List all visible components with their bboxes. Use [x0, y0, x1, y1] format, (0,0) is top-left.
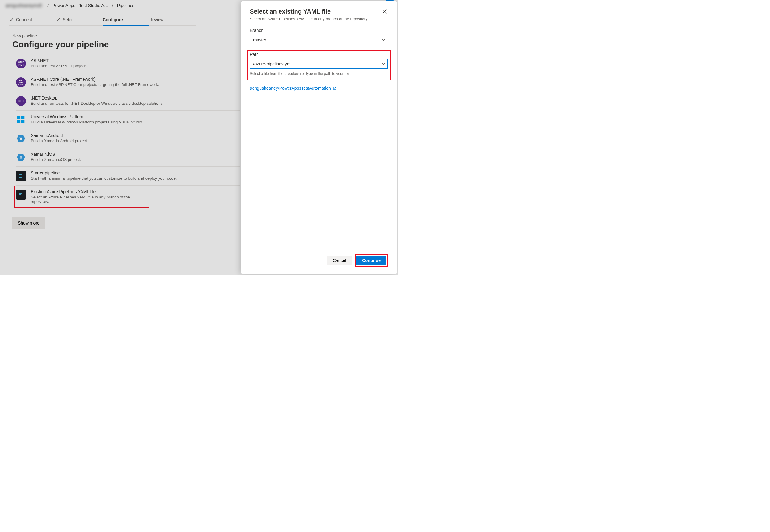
- path-label: Path: [250, 52, 388, 57]
- step-configure-label: Configure: [103, 17, 123, 22]
- option-desc: Build and test ASP.NET projects.: [31, 64, 88, 68]
- svg-text:X: X: [19, 136, 22, 141]
- step-configure[interactable]: Configure: [103, 17, 149, 26]
- pipeline-option-starter[interactable]: Starter pipeline Start with a minimal pi…: [16, 167, 240, 186]
- pipeline-option-aspnet[interactable]: ASP .NET ASP.NET Build and test ASP.NET …: [16, 58, 240, 73]
- option-title: ASP.NET: [31, 58, 88, 63]
- step-connect[interactable]: Connect: [9, 17, 56, 26]
- pipeline-option-xamarin-ios[interactable]: X Xamarin.iOS Build a Xamarin.iOS projec…: [16, 148, 240, 167]
- step-review: Review: [149, 17, 196, 26]
- xamarin-icon: X: [16, 152, 26, 162]
- pipeline-option-aspnet-core[interactable]: ASP .NET Core ASP.NET Core (.NET Framewo…: [16, 73, 240, 92]
- option-title: Universal Windows Platform: [31, 114, 143, 119]
- step-select-label: Select: [63, 17, 75, 22]
- breadcrumb-pipelines[interactable]: Pipelines: [117, 3, 135, 8]
- branch-label: Branch: [250, 28, 388, 33]
- option-desc: Start with a minimal pipeline that you c…: [31, 176, 177, 181]
- close-icon: [382, 9, 387, 14]
- svg-rect-0: [17, 116, 20, 119]
- repo-link-text: aengusheaney/PowerAppsTestAutomation: [250, 86, 331, 91]
- option-title: Xamarin.Android: [31, 133, 88, 138]
- option-title: Xamarin.iOS: [31, 152, 81, 157]
- code-icon: [16, 190, 26, 200]
- option-desc: Build and run tests for .NET Desktop or …: [31, 101, 164, 106]
- breadcrumb-sep-icon: /: [112, 3, 113, 8]
- windows-icon: [16, 115, 26, 125]
- step-select[interactable]: Select: [56, 17, 103, 26]
- option-title: Starter pipeline: [31, 170, 177, 175]
- show-more-button[interactable]: Show more: [12, 217, 45, 229]
- code-icon: [16, 171, 26, 181]
- option-desc: Build a Xamarin.Android project.: [31, 139, 88, 143]
- path-select[interactable]: /azure-pipelines.yml: [250, 59, 388, 69]
- option-title: ASP.NET Core (.NET Framework): [31, 77, 159, 82]
- option-title: Existing Azure Pipelines YAML file: [31, 189, 147, 194]
- branch-value: master: [253, 37, 266, 42]
- panel-subtitle: Select an Azure Pipelines YAML file in a…: [250, 16, 368, 22]
- chevron-down-icon: [381, 38, 385, 42]
- pipeline-option-uwp[interactable]: Universal Windows Platform Build a Unive…: [16, 111, 240, 129]
- step-review-label: Review: [149, 17, 163, 22]
- path-hint: Select a file from the dropdown or type …: [250, 72, 388, 76]
- svg-line-16: [334, 87, 336, 88]
- close-button[interactable]: [381, 8, 388, 16]
- aspnet-core-icon: ASP .NET Core: [16, 77, 26, 87]
- xamarin-icon: X: [16, 134, 26, 143]
- svg-rect-3: [21, 120, 24, 123]
- branch-select[interactable]: master: [250, 35, 388, 45]
- dotnet-icon: .NET: [16, 96, 26, 106]
- yaml-file-panel: Select an existing YAML file Select an A…: [241, 1, 397, 274]
- breadcrumb-sep-icon: /: [47, 3, 49, 8]
- svg-rect-1: [21, 116, 24, 119]
- aspnet-icon: ASP .NET: [16, 59, 26, 68]
- option-desc: Build a Xamarin.iOS project.: [31, 157, 81, 162]
- option-desc: Build and test ASP.NET Core projects tar…: [31, 82, 159, 87]
- chevron-down-icon: [381, 62, 385, 66]
- path-value: /azure-pipelines.yml: [253, 61, 291, 66]
- cancel-button[interactable]: Cancel: [327, 256, 352, 265]
- pipeline-option-existing-yaml[interactable]: Existing Azure Pipelines YAML file Selec…: [14, 186, 149, 208]
- svg-rect-2: [17, 120, 20, 123]
- continue-button[interactable]: Continue: [356, 256, 386, 265]
- option-desc: Build a Universal Windows Platform proje…: [31, 120, 143, 124]
- option-title: .NET Desktop: [31, 96, 164, 100]
- breadcrumb-org[interactable]: aengusheaneymsft: [6, 3, 42, 8]
- check-icon: [9, 18, 14, 22]
- breadcrumb-project[interactable]: Power Apps - Test Studio A…: [52, 3, 108, 8]
- step-connect-label: Connect: [16, 17, 32, 22]
- option-desc: Select an Azure Pipelines YAML file in a…: [31, 195, 147, 204]
- panel-title: Select an existing YAML file: [250, 8, 368, 15]
- check-icon: [56, 18, 60, 22]
- external-link-icon: [333, 86, 336, 90]
- pipeline-option-net-desktop[interactable]: .NET .NET Desktop Build and run tests fo…: [16, 92, 240, 111]
- pipeline-option-xamarin-android[interactable]: X Xamarin.Android Build a Xamarin.Androi…: [16, 129, 240, 148]
- repo-link[interactable]: aengusheaney/PowerAppsTestAutomation: [250, 86, 388, 91]
- svg-text:X: X: [19, 155, 22, 160]
